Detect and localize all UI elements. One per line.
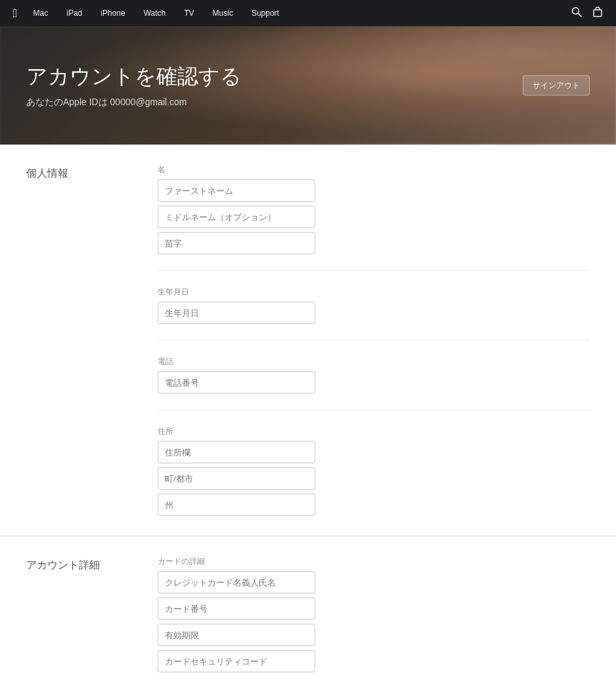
personal-info-section: 個人情報 名 生年月日 電話 <box>0 145 616 536</box>
city-input[interactable] <box>158 467 315 490</box>
page-title: アカウントを確認する <box>26 62 242 91</box>
account-details-fields: カードの詳細 <box>158 556 590 673</box>
middlename-input[interactable] <box>158 206 315 228</box>
svg-rect-2 <box>594 10 602 16</box>
birthday-group: 生年月日 <box>158 287 590 324</box>
address-group: 住所 <box>158 426 590 516</box>
search-icon[interactable] <box>571 7 582 20</box>
phone-group: 電話 <box>158 356 590 394</box>
personal-info-label: 個人情報 <box>26 164 131 516</box>
main-content: 個人情報 名 生年月日 電話 <box>0 145 616 673</box>
name-group: 名 <box>158 164 590 254</box>
apple-logo-icon[interactable]:  <box>13 7 18 20</box>
card-name-input[interactable] <box>158 571 315 593</box>
card-label: カードの詳細 <box>158 556 590 567</box>
nav-item-watch[interactable]: Watch <box>135 0 175 26</box>
nav-item-ipad[interactable]: iPad <box>57 0 91 26</box>
account-details-label: アカウント詳細 <box>26 556 131 673</box>
bag-icon[interactable] <box>592 7 603 20</box>
account-details-section: アカウント詳細 カードの詳細 <box>0 536 616 673</box>
birthday-label: 生年月日 <box>158 287 590 298</box>
nav-item-iphone[interactable]: iPhone <box>91 0 134 26</box>
nav-right <box>571 7 603 20</box>
signout-button[interactable]: サインアウト <box>523 76 590 96</box>
state-input[interactable] <box>158 494 315 516</box>
hero-content: アカウントを確認する あなたのApple IDは 00000@gmail.com <box>0 62 268 108</box>
nav-left:  Mac iPad iPhone Watch TV Music Support <box>13 0 288 26</box>
personal-info-fields: 名 生年月日 電話 住所 <box>158 164 590 516</box>
birthday-input[interactable] <box>158 302 315 324</box>
phone-input[interactable] <box>158 371 315 394</box>
nav-item-tv[interactable]: TV <box>175 0 203 26</box>
svg-line-1 <box>579 14 582 17</box>
card-group: カードの詳細 <box>158 556 590 673</box>
name-label: 名 <box>158 164 590 175</box>
address-line1-input[interactable] <box>158 441 315 463</box>
card-expiry-input[interactable] <box>158 624 315 646</box>
hero-banner: アカウントを確認する あなたのApple IDは 00000@gmail.com… <box>0 26 616 145</box>
phone-label: 電話 <box>158 356 590 367</box>
nav-item-music[interactable]: Music <box>204 0 242 26</box>
firstname-input[interactable] <box>158 179 315 202</box>
hero-subtitle: あなたのApple IDは 00000@gmail.com <box>26 97 242 108</box>
card-number-input[interactable] <box>158 597 315 620</box>
navbar:  Mac iPad iPhone Watch TV Music Support <box>0 0 616 26</box>
nav-item-support[interactable]: Support <box>242 0 288 26</box>
address-label: 住所 <box>158 426 590 437</box>
card-security-input[interactable] <box>158 650 315 672</box>
nav-item-mac[interactable]: Mac <box>24 0 58 26</box>
lastname-input[interactable] <box>158 232 315 254</box>
